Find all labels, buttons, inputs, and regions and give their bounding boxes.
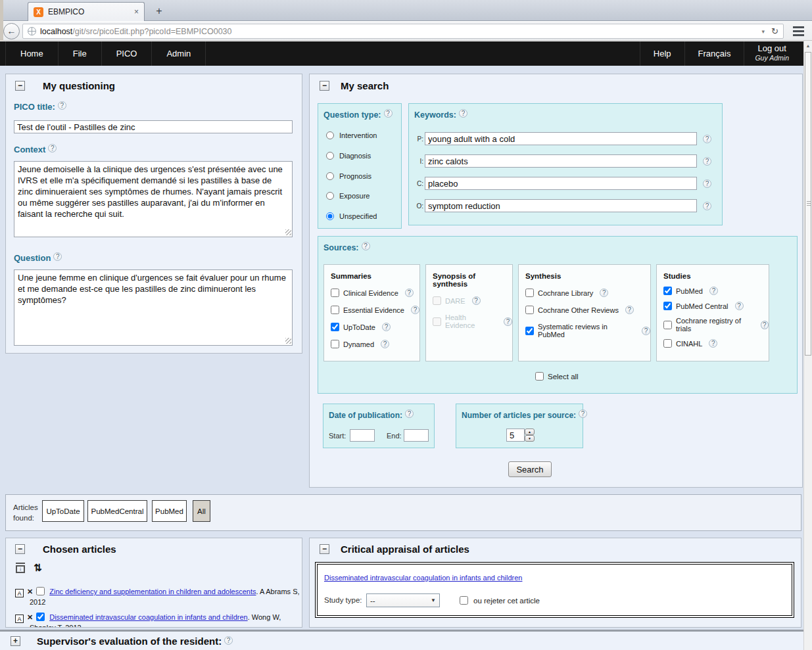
help-icon[interactable]: ?: [642, 327, 650, 335]
article-checkbox[interactable]: [36, 613, 45, 621]
radio-option-exposure[interactable]: Exposure: [326, 192, 370, 200]
source-cochrane-library[interactable]: Cochrane Library?: [525, 289, 650, 297]
help-icon[interactable]: ?: [703, 157, 711, 166]
keyword-p-input[interactable]: [425, 132, 697, 145]
collapse-icon[interactable]: −: [320, 81, 329, 91]
radio-option-diagnosis[interactable]: Diagnosis: [326, 152, 371, 160]
radio-input[interactable]: [326, 212, 334, 220]
radio-input[interactable]: [326, 152, 334, 160]
delete-article-icon[interactable]: ✕: [27, 613, 33, 621]
context-textarea[interactable]: Jeune demoiselle à la clinique des urgen…: [14, 161, 293, 237]
sort-icon[interactable]: ⇅: [34, 562, 42, 574]
keyword-c-input[interactable]: [425, 177, 697, 190]
nav-item-home[interactable]: Home: [5, 41, 59, 66]
help-icon[interactable]: ?: [703, 179, 711, 188]
radio-input[interactable]: [326, 131, 334, 139]
help-icon[interactable]: ?: [58, 101, 66, 110]
delete-article-icon[interactable]: ✕: [27, 588, 33, 595]
study-type-select[interactable]: -- ▼: [366, 593, 440, 607]
article-link[interactable]: Zinc deficiency and supplementation in c…: [49, 588, 256, 595]
select-all-checkbox[interactable]: Select all: [535, 372, 579, 381]
help-icon[interactable]: ?: [382, 323, 391, 331]
reject-article-checkbox[interactable]: [460, 596, 468, 605]
spinner-down-icon[interactable]: ▼: [525, 435, 535, 442]
nav-item-logout[interactable]: Log out Guy Admin: [744, 41, 800, 66]
source-pubmed[interactable]: PubMed?: [663, 287, 769, 295]
tab-close-icon[interactable]: ×: [134, 7, 139, 16]
help-icon[interactable]: ?: [703, 202, 711, 210]
nav-item-help[interactable]: Help: [640, 41, 684, 66]
help-icon[interactable]: ?: [53, 252, 62, 261]
source-cinahl[interactable]: CINAHL?: [663, 339, 769, 348]
help-icon[interactable]: ?: [362, 242, 370, 250]
help-icon[interactable]: ?: [411, 306, 419, 314]
date-start-input[interactable]: [350, 429, 375, 442]
tab-uptodate[interactable]: UpToDate: [42, 500, 84, 522]
nav-item-language[interactable]: Français: [684, 41, 744, 66]
number-spinner[interactable]: ▲ ▼: [525, 429, 535, 442]
question-textarea[interactable]: Une jeune femme en clinique d'urgences s…: [14, 269, 293, 346]
nav-item-pico[interactable]: PICO: [102, 41, 153, 66]
article-type-badge[interactable]: A: [15, 615, 24, 623]
search-button[interactable]: Search: [508, 461, 552, 477]
help-icon[interactable]: ?: [579, 409, 587, 418]
source-dynamed[interactable]: Dynamed?: [331, 340, 419, 348]
save-all-icon[interactable]: ↓: [15, 563, 26, 573]
tab-all[interactable]: All: [193, 500, 210, 522]
help-icon[interactable]: ?: [459, 109, 467, 118]
help-icon[interactable]: ?: [472, 296, 481, 305]
textarea-resize-grip[interactable]: [285, 229, 291, 235]
tab-pubmedcentral[interactable]: PubMedCentral: [87, 500, 147, 522]
help-icon[interactable]: ?: [384, 109, 393, 118]
help-icon[interactable]: ?: [709, 339, 717, 348]
spinner-up-icon[interactable]: ▲: [525, 429, 535, 435]
source-pubmed-central[interactable]: PubMed Central?: [663, 302, 769, 310]
source-cochrane-registry[interactable]: Cochrane registry of trials?: [663, 317, 769, 333]
help-icon[interactable]: ?: [735, 302, 744, 310]
keyword-i-input[interactable]: [425, 154, 697, 168]
radio-option-prognosis[interactable]: Prognosis: [326, 172, 371, 180]
help-icon[interactable]: ?: [405, 289, 414, 297]
collapse-icon[interactable]: −: [15, 544, 25, 554]
article-checkbox[interactable]: [36, 587, 45, 595]
url-dropdown-icon[interactable]: ▾: [762, 28, 765, 35]
keyword-o-input[interactable]: [425, 199, 697, 212]
scrollbar-up-arrow[interactable]: ▲: [804, 41, 812, 51]
source-essential-evidence[interactable]: Essential Evidence?: [331, 306, 419, 314]
help-icon[interactable]: ?: [625, 306, 634, 314]
date-end-input[interactable]: [404, 429, 429, 442]
back-button[interactable]: ←: [3, 23, 20, 39]
source-systematic-reviews-pubmed[interactable]: Systematic reviews in PubMed?: [525, 323, 650, 338]
help-icon[interactable]: ?: [709, 287, 718, 295]
new-tab-button[interactable]: +: [151, 5, 168, 18]
reload-icon[interactable]: ↻: [771, 26, 778, 36]
help-icon[interactable]: ?: [224, 636, 233, 645]
nav-item-admin[interactable]: Admin: [152, 41, 206, 66]
help-icon[interactable]: ?: [405, 409, 414, 418]
textarea-resize-grip[interactable]: [285, 338, 291, 344]
expand-icon[interactable]: +: [11, 636, 20, 646]
source-cochrane-other-reviews[interactable]: Cochrane Other Reviews?: [525, 306, 650, 314]
tab-pubmed[interactable]: PubMed: [152, 500, 187, 522]
radio-input[interactable]: [326, 172, 334, 180]
help-icon[interactable]: ?: [703, 135, 711, 143]
articles-per-source-input[interactable]: [506, 429, 525, 442]
radio-input[interactable]: [326, 192, 334, 200]
scrollbar-thumb[interactable]: [805, 52, 811, 356]
help-icon[interactable]: ?: [761, 321, 769, 329]
appraisal-article-link[interactable]: Disseminated intravascular coagulation i…: [324, 574, 522, 582]
article-type-badge[interactable]: A: [15, 589, 24, 597]
help-icon[interactable]: ?: [48, 144, 57, 152]
radio-option-intervention[interactable]: Intervention: [326, 131, 377, 139]
browser-tab[interactable]: X EBMPICO ×: [28, 2, 145, 21]
source-uptodate[interactable]: UpToDate?: [331, 323, 419, 331]
source-clinical-evidence[interactable]: Clinical Evidence?: [331, 289, 419, 297]
radio-option-unspecified[interactable]: Unspecified: [326, 212, 377, 220]
help-icon[interactable]: ?: [504, 317, 512, 326]
article-link[interactable]: Disseminated intravascular coagulation i…: [49, 613, 247, 621]
nav-item-file[interactable]: File: [59, 41, 102, 66]
collapse-icon[interactable]: −: [15, 81, 25, 91]
help-icon[interactable]: ?: [600, 289, 608, 297]
browser-menu-button[interactable]: [789, 24, 807, 39]
help-icon[interactable]: ?: [381, 340, 389, 348]
